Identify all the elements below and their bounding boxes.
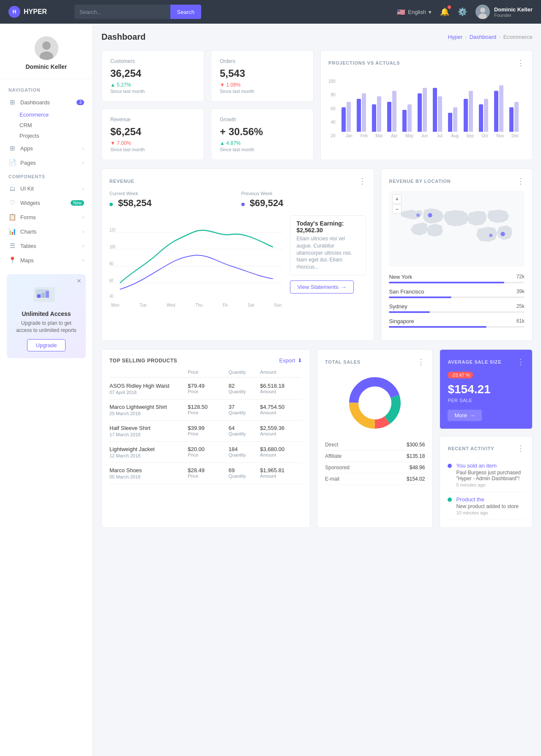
export-button[interactable]: Export ⬇ [279, 357, 302, 364]
product-price-label: Price [188, 431, 225, 436]
svg-point-23 [489, 234, 493, 237]
sidebar-item-maps[interactable]: 📍 Maps › [0, 253, 93, 267]
settings-icon[interactable]: ⚙️ [458, 7, 467, 16]
svg-text:120: 120 [109, 228, 115, 232]
top-row: Customers 36,254 ▲ 5.27% Since last mont… [101, 50, 533, 160]
bar-group [479, 99, 492, 132]
location-bar-bg [389, 311, 525, 313]
sidebar-item-dashboards[interactable]: ⊞ Dashboards 3 [0, 95, 93, 109]
sidebar-item-projects[interactable]: Projects [19, 131, 93, 141]
total-sales-menu[interactable]: ⋮ [417, 357, 425, 367]
bar-month-label: Jul [432, 133, 447, 138]
x-label-thu: Thu [195, 303, 202, 307]
pages-icon: 📄 [8, 159, 16, 166]
product-name: Half Sleeve Shirt [109, 425, 184, 431]
avg-sale-value: $154.21 [448, 383, 525, 396]
product-row: Half Sleeve Shirt 17 March 2018 $39.99 P… [109, 421, 302, 442]
upgrade-image [30, 281, 63, 306]
product-amount-col: $6,518.18 Amount [260, 383, 302, 394]
product-name: Lightweight Jacket [109, 446, 184, 452]
product-amount-col: $2,559.36 Amount [260, 425, 302, 436]
product-date: 25 March 2018 [109, 411, 184, 416]
product-name: Marco Lightweight Shirt [109, 404, 184, 410]
sidebar-item-charts[interactable]: 📊 Charts › [0, 224, 93, 239]
product-price: $39.99 [188, 425, 225, 431]
stat-value-growth: + 30.56% [220, 126, 305, 138]
stat-since-revenue: Since last month [110, 147, 195, 152]
current-week-stat: Current Week $58,254 [109, 191, 235, 209]
location-bar-item: San Francisco 39k [389, 288, 525, 298]
svg-point-20 [428, 213, 432, 218]
user-role: Founder [494, 13, 533, 18]
svg-text:60: 60 [109, 278, 113, 283]
sales-breakdown-row: Sponsored $48.96 [325, 462, 425, 473]
activity-list: You sold an item Paul Burgess just purch… [448, 458, 525, 520]
chevron-right-icon-pages: › [82, 160, 84, 165]
sidebar-item-crm[interactable]: CRM [19, 120, 93, 131]
location-name: New York [389, 274, 412, 280]
sales-label: Sponsored [325, 465, 350, 470]
sidebar-item-uikit[interactable]: 🗂 UI Kit › [0, 182, 93, 196]
sidebar-item-apps[interactable]: ⊞ Apps › [0, 141, 93, 155]
upgrade-button[interactable]: Upgrade [27, 339, 66, 351]
avg-sale-badge: -23.47 % [448, 372, 473, 378]
bar-month-label: Jun [417, 133, 432, 138]
activity-time: 10 minutes ago [456, 510, 518, 515]
bar-group [448, 107, 462, 132]
avg-sale-more-button[interactable]: More → [448, 410, 482, 421]
revenue-menu-icon[interactable]: ⋮ [358, 177, 366, 186]
sidebar-item-label-charts: Charts [20, 228, 36, 235]
product-qty: 184 [229, 446, 257, 452]
breadcrumb-hyper[interactable]: Hyper [448, 34, 463, 40]
sidebar-item-tables[interactable]: ☰ Tables › [0, 239, 93, 253]
view-statements-button[interactable]: View Statements → [290, 280, 353, 294]
sidebar-item-label-maps: Maps [20, 257, 34, 264]
sidebar-item-ecommerce[interactable]: Ecommerce [19, 109, 93, 120]
sidebar-item-forms[interactable]: 📋 Forms › [0, 210, 93, 224]
map-zoom-in[interactable]: + [392, 194, 402, 204]
upgrade-close-button[interactable]: ✕ [77, 277, 82, 284]
projections-y-axis: 10080604020 [328, 79, 338, 138]
product-row: Lightweight Jacket 12 March 2018 $20.00 … [109, 442, 302, 463]
arrow-right-icon: → [341, 284, 347, 290]
projections-chart-card: PROJECTIONS VS ACTUALS ⋮ 10080604020 Jan… [320, 50, 533, 160]
nav-section-components: COMPONENTS [0, 170, 93, 182]
bar-projected [514, 102, 519, 132]
breadcrumb-dashboard[interactable]: Dashboard [470, 34, 497, 40]
x-label-mon: Mon [111, 303, 119, 307]
sales-amount: $135.18 [407, 453, 425, 459]
stat-label-orders: Orders [220, 58, 305, 64]
search-input[interactable] [74, 5, 170, 19]
revenue-card: REVENUE ⋮ Current Week $58,254 Previous … [101, 169, 374, 341]
rbl-header: REVENUE BY LOCATION ⋮ [389, 177, 525, 186]
stat-cards-grid: Customers 36,254 ▲ 5.27% Since last mont… [101, 50, 314, 160]
language-selector[interactable]: 🇺🇸 English ▾ [397, 8, 432, 16]
dashboards-badge: 3 [77, 100, 84, 105]
projections-menu-icon[interactable]: ⋮ [517, 58, 525, 68]
user-info[interactable]: Dominic Keller Founder [475, 5, 533, 19]
product-qty: 69 [229, 467, 257, 473]
svg-text:80: 80 [109, 261, 113, 266]
svg-text:40: 40 [109, 294, 113, 299]
rbl-menu-icon[interactable]: ⋮ [517, 177, 525, 186]
map-zoom-out[interactable]: − [392, 204, 402, 214]
notification-bell[interactable]: 🔔 [440, 7, 449, 16]
svg-point-28 [360, 388, 390, 418]
sales-breakdown-row: Direct $300.56 [325, 439, 425, 451]
search-button[interactable]: Search [170, 5, 201, 19]
location-bar-fill [389, 326, 486, 328]
sidebar-item-label-dashboards: Dashboards [20, 99, 50, 106]
top-products-card: TOP SELLING PRODUCTS Export ⬇ Price Quan… [101, 349, 310, 528]
product-price-label: Price [188, 452, 225, 457]
bar-actual [402, 110, 407, 132]
upgrade-box: ✕ Unlimited Access Upgrade to plan to ge… [7, 274, 86, 358]
avg-sale-menu[interactable]: ⋮ [517, 357, 525, 367]
location-bar-bg [389, 296, 525, 298]
x-label-fri: Fri [223, 303, 228, 307]
recent-activity-menu[interactable]: ⋮ [517, 444, 525, 453]
col-header-name [109, 370, 184, 375]
sidebar-item-pages[interactable]: 📄 Pages › [0, 155, 93, 170]
stat-since-customers: Since last month [110, 89, 195, 94]
sidebar-item-widgets[interactable]: ♡ Widgets New [0, 196, 93, 210]
stat-label-growth: Growth [220, 117, 305, 122]
